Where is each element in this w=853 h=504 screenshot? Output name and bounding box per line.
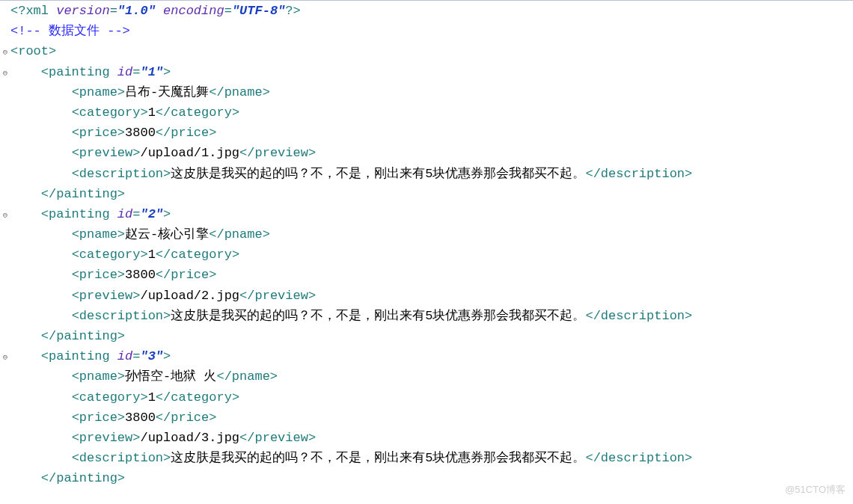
- code-editor: ⊖ ⊖ ⊖ ⊖ <?xml version="1.0" encoding="UT…: [0, 0, 853, 491]
- fold-icon[interactable]: ⊖: [0, 206, 10, 226]
- fold-icon[interactable]: ⊖: [0, 43, 10, 63]
- fold-icon[interactable]: ⊖: [0, 64, 10, 84]
- fold-gutter: ⊖ ⊖ ⊖ ⊖: [0, 1, 10, 491]
- fold-icon[interactable]: ⊖: [0, 348, 10, 368]
- code-area[interactable]: <?xml version="1.0" encoding="UTF-8"?> <…: [10, 1, 853, 491]
